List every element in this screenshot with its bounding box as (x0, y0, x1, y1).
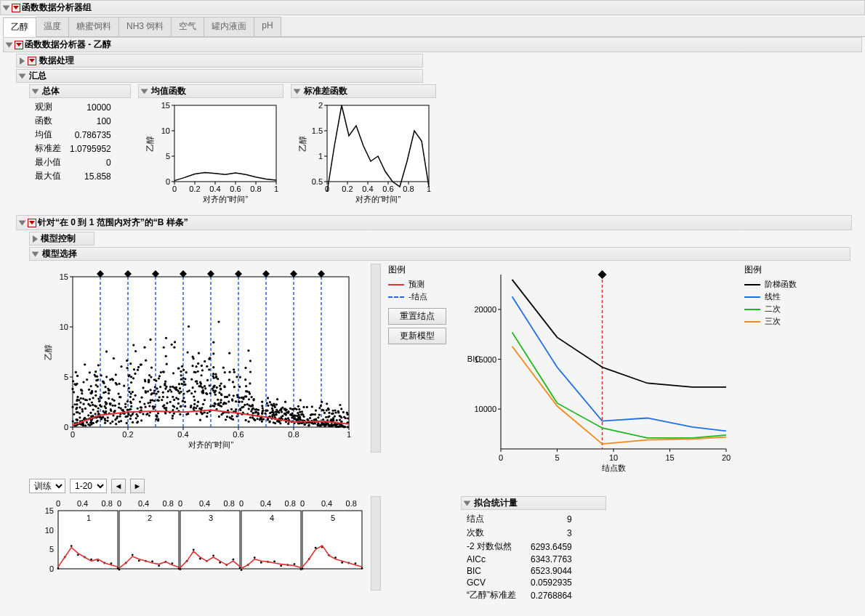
svg-text:1.5: 1.5 (312, 126, 323, 135)
overall-header[interactable]: 总体 (29, 84, 131, 98)
svg-point-649 (284, 409, 286, 411)
legend-cubic: 三次 (765, 316, 781, 327)
svg-point-613 (122, 410, 124, 412)
red-dropdown-icon[interactable] (28, 219, 36, 227)
svg-point-434 (248, 398, 250, 400)
svg-point-98 (135, 417, 137, 419)
svg-text:0: 0 (56, 499, 60, 508)
svg-point-78 (317, 416, 319, 418)
disclosure-triangle-icon[interactable] (6, 42, 13, 47)
train-select[interactable]: 训练 (29, 479, 65, 493)
overall-label: 总体 (42, 85, 60, 97)
svg-point-776 (253, 418, 255, 421)
svg-point-180 (157, 418, 159, 420)
model-sel-header[interactable]: 模型选择 (29, 247, 850, 261)
svg-point-939 (214, 402, 216, 405)
svg-point-919 (89, 371, 91, 373)
vertical-scrollbar[interactable] (371, 264, 381, 453)
svg-point-288 (238, 386, 241, 388)
svg-text:0: 0 (49, 564, 54, 573)
svg-point-977 (75, 371, 77, 373)
svg-point-623 (153, 392, 155, 394)
small-multiples-chart: 05101500.40.8100.40.8200.40.8300.40.8400… (29, 496, 363, 591)
prev-button[interactable]: ◄ (111, 479, 126, 493)
svg-text:5: 5 (166, 152, 170, 161)
std-fn-header[interactable]: 标准差函数 (291, 84, 436, 98)
svg-point-785 (182, 393, 185, 395)
svg-point-551 (278, 411, 280, 413)
model-ctrl-header[interactable]: 模型控制 (29, 232, 94, 246)
svg-point-541 (73, 413, 75, 416)
red-dropdown-icon[interactable] (12, 4, 20, 12)
fit-stat-label: 结点 (467, 513, 529, 525)
tab-5[interactable]: 罐内液面 (204, 17, 254, 36)
reset-knots-button[interactable]: 重置结点 (388, 308, 446, 325)
svg-point-287 (132, 377, 134, 379)
svg-point-707 (186, 390, 188, 392)
svg-point-899 (99, 416, 101, 418)
svg-point-233 (76, 375, 79, 377)
stat-value: 0 (70, 156, 111, 169)
svg-point-108 (196, 365, 198, 368)
svg-point-375 (181, 383, 183, 385)
svg-point-373 (214, 394, 217, 396)
svg-point-284 (81, 392, 83, 394)
vertical-scrollbar[interactable] (371, 496, 381, 591)
svg-point-838 (111, 378, 113, 380)
svg-point-182 (248, 421, 250, 423)
svg-point-683 (289, 413, 291, 416)
update-model-button[interactable]: 更新模型 (388, 328, 446, 344)
svg-point-253 (337, 410, 339, 412)
svg-text:0.5: 0.5 (312, 177, 323, 186)
svg-point-887 (319, 424, 321, 426)
svg-point-809 (213, 377, 215, 379)
svg-point-884 (273, 403, 275, 405)
tab-0[interactable]: 乙醇 (3, 17, 36, 37)
svg-point-558 (269, 401, 271, 403)
svg-point-229 (239, 376, 241, 378)
mean-fn-header[interactable]: 均值函数 (138, 84, 283, 98)
svg-point-965 (331, 413, 333, 415)
svg-text:0.4: 0.4 (362, 185, 373, 193)
disclosure-triangle-icon[interactable] (19, 220, 26, 225)
main-header: 函数数据分析器组 (0, 0, 865, 15)
red-dropdown-icon[interactable] (28, 57, 36, 65)
tab-4[interactable]: 空气 (171, 17, 204, 36)
svg-point-700 (173, 405, 175, 408)
svg-point-580 (291, 416, 293, 418)
svg-point-958 (157, 412, 159, 414)
svg-point-372 (158, 375, 161, 377)
svg-point-540 (244, 404, 246, 406)
svg-point-278 (275, 403, 278, 405)
next-button[interactable]: ► (130, 479, 145, 493)
svg-point-610 (81, 408, 84, 410)
tab-1[interactable]: 温度 (36, 17, 69, 36)
svg-point-835 (164, 381, 166, 383)
fit-stats-header[interactable]: 拟合统计量 (461, 496, 606, 510)
tab-2[interactable]: 糖蜜饲料 (68, 17, 119, 36)
svg-point-588 (137, 369, 139, 371)
svg-point-114 (145, 360, 147, 362)
tab-6[interactable]: pH (254, 17, 281, 36)
svg-point-97 (287, 423, 289, 425)
svg-point-271 (200, 383, 202, 385)
tab-3[interactable]: NH3 饲料 (118, 17, 172, 36)
svg-point-912 (104, 419, 106, 421)
data-proc-header[interactable]: 数据处理 (16, 54, 423, 68)
svg-point-717 (246, 390, 249, 392)
svg-point-975 (187, 413, 189, 415)
svg-point-820 (76, 403, 78, 405)
red-dropdown-icon[interactable] (15, 41, 23, 49)
range-select[interactable]: 1-20 (70, 479, 107, 493)
svg-text:5: 5 (49, 545, 54, 554)
svg-text:0.4: 0.4 (321, 499, 332, 508)
summary-header[interactable]: 汇总 (16, 69, 423, 83)
disclosure-triangle-icon[interactable] (3, 5, 10, 10)
svg-point-144 (222, 367, 225, 369)
svg-point-661 (165, 355, 167, 357)
svg-point-313 (342, 411, 345, 413)
mean-fn-chart: 00.20.40.60.81051015对齐的“时间”乙醇 (138, 98, 283, 207)
legend-lin: 线性 (765, 291, 781, 302)
svg-point-1076 (354, 562, 356, 564)
model-sel-label: 模型选择 (42, 248, 77, 260)
